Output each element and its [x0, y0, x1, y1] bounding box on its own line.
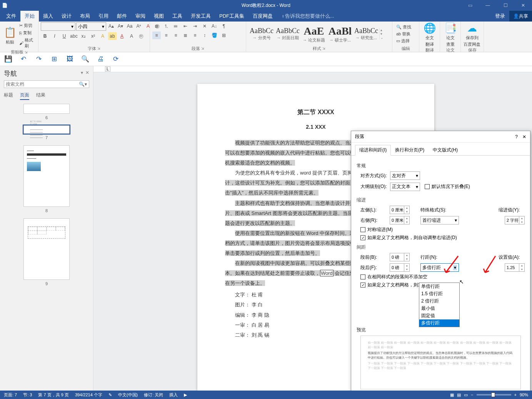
clear-format-icon[interactable]: Aᵃ — [135, 22, 143, 30]
ribbon-hide-icon[interactable]: ▭ — [461, 0, 479, 11]
translate-button[interactable]: 🌐全文翻译 — [422, 22, 437, 47]
line-spacing-icon[interactable]: ↕ — [200, 32, 209, 39]
asian-layout-icon[interactable]: ㊥ — [137, 32, 145, 40]
text-effects-icon[interactable]: A — [98, 32, 107, 40]
status-section[interactable]: 节: 3 — [23, 392, 32, 398]
justify-icon[interactable]: ≣ — [181, 32, 190, 39]
print-preview-icon[interactable]: 🔍 — [80, 55, 90, 63]
option-double[interactable]: 2 倍行距 — [419, 298, 459, 305]
status-insert[interactable]: 插入 — [169, 392, 178, 398]
dialog-tab-asian[interactable]: 中文版式(H) — [429, 145, 462, 155]
tab-tools[interactable]: 工具 — [168, 11, 187, 22]
indent-right-spinner[interactable]: ▴▾ — [390, 216, 410, 224]
tab-insert[interactable]: 插入 — [39, 11, 57, 22]
char-border-icon[interactable]: A — [127, 32, 136, 40]
thumb-8[interactable]: ━━━━━━━━━━━━━━ — [23, 145, 70, 207]
view-print-icon[interactable]: ▤ — [457, 392, 461, 397]
nav-search-input[interactable] — [4, 81, 77, 88]
status-pages[interactable]: 第 7 页，共 9 页 — [38, 392, 68, 398]
highlight-icon[interactable]: ab — [108, 32, 117, 40]
status-page[interactable]: 页面: 7 — [4, 392, 17, 398]
status-spell-icon[interactable]: ✎ — [108, 392, 112, 397]
line-spacing-value-spinner[interactable]: ▴▾ — [505, 263, 525, 272]
borders-icon[interactable]: ⊞ — [220, 32, 228, 39]
thumb-7[interactable]: 第二节 XXXX2.1 XXX━━━━━━━━━━━━━━━━━━━━━━━━━… — [23, 125, 70, 134]
redo-icon[interactable]: ↷ — [34, 55, 44, 63]
nav-close-icon[interactable]: ✕ — [85, 70, 89, 75]
close-button[interactable]: ✕ — [514, 0, 532, 11]
style-item-4[interactable]: AaBl→ 硕士学... — [327, 24, 353, 44]
dialog-close-icon[interactable]: ✕ — [522, 134, 526, 140]
tab-baidu[interactable]: 百度网盘 — [248, 11, 277, 22]
tab-home[interactable]: 开始 — [20, 11, 39, 22]
distribute-icon[interactable]: ≡ — [191, 32, 199, 39]
tab-references[interactable]: 引用 — [94, 11, 113, 22]
nav-tab-pages[interactable]: 页面 — [20, 92, 29, 100]
show-marks-icon[interactable]: ¶ — [220, 22, 228, 30]
grid-align-checkbox[interactable]: ✓ — [360, 283, 365, 288]
tell-me[interactable]: ♀ 告诉我您想要做什么... — [277, 11, 339, 22]
maximize-button[interactable]: ☐ — [497, 0, 514, 11]
style-item-2[interactable]: AaBbCc→ 封面日期 — [275, 24, 301, 44]
zoom-out-icon[interactable]: − — [471, 392, 473, 397]
view-web-icon[interactable]: ▭ — [464, 392, 468, 397]
italic-icon[interactable]: I — [50, 32, 59, 40]
status-words[interactable]: 394/2214 个字 — [75, 392, 102, 398]
tab-developer[interactable]: 开发工具 — [187, 11, 215, 22]
outline-combo[interactable]: 正文文本▾ — [390, 183, 420, 191]
mirror-checkbox[interactable] — [360, 227, 365, 232]
option-15[interactable]: 1.5 倍行距 — [419, 290, 459, 298]
login-link[interactable]: 登录 — [491, 13, 509, 20]
special-format-combo[interactable]: 首行缩进▾ — [420, 216, 459, 224]
format-painter-button[interactable]: 🖌 格式刷 — [18, 37, 36, 49]
option-atleast[interactable]: 最小值 — [419, 305, 459, 312]
dialog-tab-indent[interactable]: 缩进和间距(I) — [355, 145, 391, 156]
collapse-checkbox[interactable] — [425, 184, 430, 189]
align-right-icon[interactable]: ≡ — [172, 32, 180, 39]
subscript-icon[interactable]: x₂ — [79, 32, 88, 40]
dialog-help-icon[interactable]: ? — [515, 134, 518, 140]
tab-layout[interactable]: 布局 — [76, 11, 94, 22]
picture-icon[interactable]: 🖼 — [65, 55, 75, 63]
baidu-save-button[interactable]: ☁保存到百度网盘 — [463, 22, 481, 47]
replace-button[interactable]: ab 替换 — [395, 31, 413, 37]
align-left-icon[interactable]: ≡ — [152, 32, 161, 39]
same-style-checkbox[interactable] — [360, 274, 365, 279]
nav-search[interactable]: 🔍▾ — [4, 80, 89, 88]
select-button[interactable]: ▭ 选择 — [395, 38, 413, 44]
asian-tools-icon[interactable]: ✕ — [200, 22, 209, 30]
status-track[interactable]: 修订: 关闭 — [144, 392, 163, 398]
bold-icon[interactable]: B — [41, 32, 49, 40]
tab-pdf[interactable]: PDF工具集 — [215, 11, 248, 22]
indent-left-spinner[interactable]: ▴▾ — [390, 206, 410, 214]
mode-icon[interactable]: ⟳ — [111, 55, 121, 63]
zoom-level[interactable]: 90% — [520, 392, 528, 397]
zoom-in-icon[interactable]: + — [514, 392, 517, 397]
option-multiple[interactable]: 多倍行距 — [419, 319, 459, 327]
increase-indent-icon[interactable]: ⇥ — [191, 22, 199, 30]
table-icon[interactable]: ⊞ — [49, 55, 59, 63]
option-exact[interactable]: 固定值 — [419, 312, 459, 319]
view-read-icon[interactable]: ▦ — [450, 392, 454, 397]
bullets-icon[interactable]: ≣ — [152, 22, 161, 30]
tab-mailings[interactable]: 邮件 — [113, 11, 131, 22]
font-size-combo[interactable]: 小四▾ — [76, 22, 106, 31]
copy-button[interactable]: ⎘ 复制 — [18, 30, 36, 36]
status-macro-icon[interactable]: ▶ — [184, 392, 187, 397]
cut-button[interactable]: ✂ 剪切 — [18, 22, 36, 29]
font-color-icon[interactable]: A — [118, 32, 126, 40]
check-button[interactable]: 📑论文查重 — [442, 22, 458, 47]
grid-indent-checkbox[interactable]: ✓ — [360, 235, 365, 240]
nav-tab-results[interactable]: 结果 — [36, 92, 45, 100]
decrease-indent-icon[interactable]: ⇤ — [181, 22, 190, 30]
search-icon[interactable]: 🔍▾ — [77, 81, 89, 87]
style-item-5[interactable]: AaBbCc→ 研究生... — [353, 24, 379, 44]
sort-icon[interactable]: A↓ — [210, 22, 218, 30]
option-single[interactable]: 单倍行距 — [419, 283, 459, 290]
print-icon[interactable]: 🖨 — [95, 55, 105, 63]
superscript-icon[interactable]: x² — [89, 32, 97, 40]
tab-review[interactable]: 审阅 — [131, 11, 150, 22]
space-after-spinner[interactable]: ▴▾ — [390, 263, 410, 272]
style-item-3[interactable]: AaE→ 论文标题 — [301, 24, 327, 44]
underline-icon[interactable]: U — [60, 32, 68, 40]
